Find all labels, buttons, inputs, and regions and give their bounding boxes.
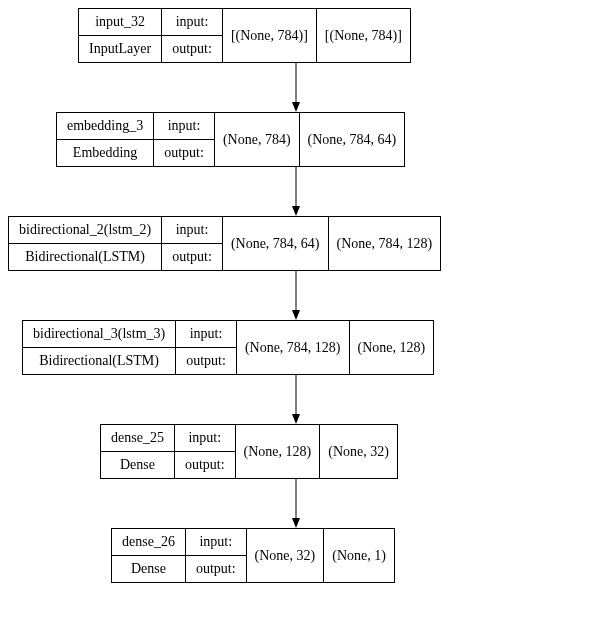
layer-io-col: input: output: <box>162 217 223 270</box>
io-output-label: output: <box>162 244 222 270</box>
layer-input-shape: (None, 784, 128) <box>237 321 350 374</box>
io-input-label: input: <box>162 217 222 244</box>
layer-output-shape: (None, 784, 128) <box>329 217 441 270</box>
io-output-label: output: <box>154 140 214 166</box>
layer-output-shape: (None, 1) <box>324 529 394 582</box>
layer-label-col: input_32 InputLayer <box>79 9 162 62</box>
layer-input-shape: (None, 784) <box>215 113 300 166</box>
layer-node-bidirectional_3: bidirectional_3(lstm_3) Bidirectional(LS… <box>22 320 434 375</box>
layer-output-shape: (None, 128) <box>350 321 434 374</box>
layer-type: Dense <box>101 452 174 478</box>
layer-io-col: input: output: <box>176 321 237 374</box>
layer-output-shape: [(None, 784)] <box>317 9 410 62</box>
layer-name: bidirectional_3(lstm_3) <box>23 321 175 348</box>
layer-node-dense_26: dense_26 Dense input: output: (None, 32)… <box>111 528 395 583</box>
io-output-label: output: <box>175 452 235 478</box>
io-output-label: output: <box>186 556 246 582</box>
layer-node-input_32: input_32 InputLayer input: output: [(Non… <box>78 8 411 63</box>
layer-label-col: bidirectional_3(lstm_3) Bidirectional(LS… <box>23 321 176 374</box>
layer-type: Embedding <box>57 140 153 166</box>
layer-name: bidirectional_2(lstm_2) <box>9 217 161 244</box>
io-input-label: input: <box>176 321 236 348</box>
layer-type: Bidirectional(LSTM) <box>23 348 175 374</box>
layer-name: dense_26 <box>112 529 185 556</box>
layer-io-col: input: output: <box>175 425 236 478</box>
io-input-label: input: <box>154 113 214 140</box>
io-output-label: output: <box>162 36 222 62</box>
io-input-label: input: <box>162 9 222 36</box>
layer-input-shape: (None, 32) <box>247 529 325 582</box>
layer-name: embedding_3 <box>57 113 153 140</box>
layer-name: input_32 <box>79 9 161 36</box>
layer-node-bidirectional_2: bidirectional_2(lstm_2) Bidirectional(LS… <box>8 216 441 271</box>
layer-type: Dense <box>112 556 185 582</box>
layer-node-embedding_3: embedding_3 Embedding input: output: (No… <box>56 112 405 167</box>
layer-io-col: input: output: <box>154 113 215 166</box>
layer-label-col: embedding_3 Embedding <box>57 113 154 166</box>
layer-output-shape: (None, 784, 64) <box>300 113 405 166</box>
layer-type: Bidirectional(LSTM) <box>9 244 161 270</box>
layer-type: InputLayer <box>79 36 161 62</box>
layer-label-col: dense_26 Dense <box>112 529 186 582</box>
layer-label-col: dense_25 Dense <box>101 425 175 478</box>
io-output-label: output: <box>176 348 236 374</box>
layer-input-shape: [(None, 784)] <box>223 9 317 62</box>
io-input-label: input: <box>186 529 246 556</box>
layer-input-shape: (None, 784, 64) <box>223 217 329 270</box>
layer-input-shape: (None, 128) <box>236 425 321 478</box>
layer-io-col: input: output: <box>162 9 223 62</box>
layer-node-dense_25: dense_25 Dense input: output: (None, 128… <box>100 424 398 479</box>
io-input-label: input: <box>175 425 235 452</box>
layer-name: dense_25 <box>101 425 174 452</box>
layer-label-col: bidirectional_2(lstm_2) Bidirectional(LS… <box>9 217 162 270</box>
layer-io-col: input: output: <box>186 529 247 582</box>
layer-output-shape: (None, 32) <box>320 425 397 478</box>
